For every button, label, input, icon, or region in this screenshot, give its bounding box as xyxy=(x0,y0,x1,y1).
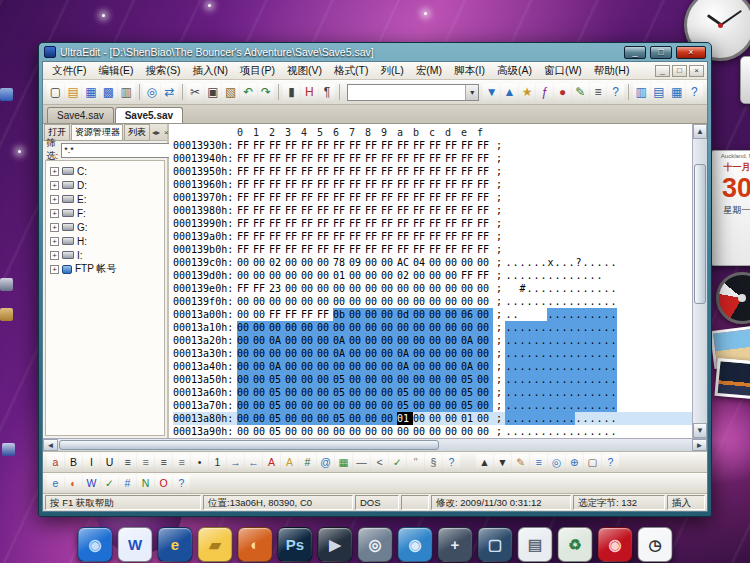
hex-byte[interactable]: 05 xyxy=(269,412,285,425)
hex-byte[interactable]: 00 xyxy=(429,295,445,308)
network-globe-icon[interactable]: ◉ xyxy=(78,527,113,562)
hex-byte[interactable]: 00 xyxy=(397,282,413,295)
hex-row[interactable]: 000139a0h:FFFFFFFFFFFFFFFFFFFFFFFFFFFFFF… xyxy=(173,230,692,243)
hex-byte[interactable]: FF xyxy=(333,204,349,217)
hex-byte[interactable]: 00 xyxy=(349,308,365,321)
hex-byte[interactable]: FF xyxy=(413,217,429,230)
new-file-icon[interactable]: ▢ xyxy=(47,83,64,102)
hex-row[interactable]: 000139e0h:FFFF23000000000000000000000000… xyxy=(173,282,692,295)
find-next-icon[interactable]: ▼ xyxy=(483,83,500,102)
hex-byte[interactable]: FF xyxy=(349,204,365,217)
menu-item[interactable]: 高级(A) xyxy=(491,63,538,79)
hex-byte[interactable]: 00 xyxy=(461,295,477,308)
hex-byte[interactable]: FF xyxy=(461,178,477,191)
hex-byte[interactable]: 00 xyxy=(237,295,253,308)
hex-byte[interactable]: FF xyxy=(445,243,461,256)
hex-byte[interactable]: 00 xyxy=(301,399,317,412)
hex-byte[interactable]: FF xyxy=(285,191,301,204)
hex-byte[interactable]: FF xyxy=(397,204,413,217)
expander-icon[interactable]: + xyxy=(50,167,59,176)
hex-byte[interactable]: 00 xyxy=(413,386,429,399)
hex-byte[interactable]: FF xyxy=(317,191,333,204)
hex-byte[interactable]: FF xyxy=(285,139,301,152)
hex-byte[interactable]: FF xyxy=(285,204,301,217)
hex-byte[interactable]: 00 xyxy=(429,373,445,386)
menu-item[interactable]: 插入(N) xyxy=(186,63,234,79)
hex-byte[interactable]: FF xyxy=(269,139,285,152)
hex-byte[interactable]: 00 xyxy=(317,334,333,347)
hex-byte[interactable]: FF xyxy=(285,152,301,165)
photo-gadget-slide[interactable] xyxy=(714,358,750,400)
save-all-icon[interactable]: ▩ xyxy=(100,83,117,102)
hex-byte[interactable]: FF xyxy=(301,308,317,321)
hex-byte[interactable]: 00 xyxy=(381,269,397,282)
bullet-list-icon[interactable]: • xyxy=(191,454,208,471)
scroll-up-arrow-icon[interactable]: ▲ xyxy=(693,124,707,139)
hex-byte[interactable]: 00 xyxy=(285,425,301,438)
hex-byte[interactable]: 0A xyxy=(269,334,285,347)
justify-icon[interactable]: ≡ xyxy=(173,454,190,471)
hex-byte[interactable]: 00 xyxy=(285,347,301,360)
hex-row[interactable]: 00013940h:FFFFFFFFFFFFFFFFFFFFFFFFFFFFFF… xyxy=(173,152,692,165)
hex-byte[interactable]: 00 xyxy=(429,360,445,373)
hex-byte[interactable]: 00 xyxy=(365,399,381,412)
firefox-icon[interactable]: ◐ xyxy=(238,527,273,562)
hex-byte[interactable]: 00 xyxy=(413,269,429,282)
hex-byte[interactable]: FF xyxy=(349,191,365,204)
hex-byte[interactable]: 00 xyxy=(445,321,461,334)
hex-byte[interactable]: 00 xyxy=(429,347,445,360)
hex-byte[interactable]: 00 xyxy=(429,399,445,412)
hex-row[interactable]: 00013a00h:0000FFFFFFFF0b0000000d00000006… xyxy=(173,308,692,321)
hex-byte[interactable]: FF xyxy=(365,243,381,256)
insert-table-icon[interactable]: # xyxy=(299,454,316,471)
hex-ascii[interactable] xyxy=(505,152,617,165)
hex-byte[interactable]: FF xyxy=(301,152,317,165)
hex-byte[interactable]: 00 xyxy=(301,386,317,399)
hex-byte[interactable]: FF xyxy=(285,243,301,256)
font-color-icon[interactable]: A xyxy=(263,454,280,471)
hex-byte[interactable]: 00 xyxy=(365,412,381,425)
hex-byte[interactable]: FF xyxy=(365,165,381,178)
clock-icon[interactable]: ◷ xyxy=(638,527,673,562)
tree-item-ftp[interactable]: +FTP 帐号 xyxy=(50,262,164,276)
hex-byte[interactable]: 00 xyxy=(477,386,493,399)
hex-byte[interactable]: FF xyxy=(445,191,461,204)
hex-byte[interactable]: FF xyxy=(461,217,477,230)
hex-byte[interactable]: FF xyxy=(381,152,397,165)
hex-byte[interactable]: 00 xyxy=(381,334,397,347)
hex-byte[interactable]: 05 xyxy=(461,373,477,386)
hex-byte[interactable]: 00 xyxy=(381,347,397,360)
css-icon[interactable]: # xyxy=(119,475,136,492)
hex-row[interactable]: 00013a30h:0000000000000A0000000A00000000… xyxy=(173,347,692,360)
hex-byte[interactable]: 0A xyxy=(333,334,349,347)
hex-ascii[interactable]: .. .......... xyxy=(505,308,617,321)
hex-byte[interactable]: 00 xyxy=(445,334,461,347)
hex-byte[interactable]: 00 xyxy=(429,386,445,399)
hex-byte[interactable]: 00 xyxy=(477,256,493,269)
tools-help-icon[interactable]: ? xyxy=(602,454,619,471)
hex-byte[interactable]: 00 xyxy=(477,308,493,321)
disc-burner-icon[interactable]: ◎ xyxy=(358,527,393,562)
tree-item-f[interactable]: +F: xyxy=(50,206,164,220)
hex-byte[interactable]: FF xyxy=(365,230,381,243)
save-icon[interactable]: ▦ xyxy=(82,83,99,102)
hex-byte[interactable]: 01 xyxy=(397,412,413,425)
hex-byte[interactable]: FF xyxy=(237,204,253,217)
special-char-icon[interactable]: § xyxy=(425,454,442,471)
hex-byte[interactable]: 02 xyxy=(269,256,285,269)
hex-byte[interactable]: FF xyxy=(237,243,253,256)
hex-byte[interactable]: 00 xyxy=(253,321,269,334)
hex-byte[interactable]: 00 xyxy=(477,347,493,360)
tree-item-g[interactable]: +G: xyxy=(50,220,164,234)
hex-byte[interactable]: FF xyxy=(333,243,349,256)
hex-byte[interactable]: FF xyxy=(477,152,493,165)
align-right-icon[interactable]: ≡ xyxy=(155,454,172,471)
ie-browser-icon[interactable]: e xyxy=(47,475,64,492)
menu-item[interactable]: 列(L) xyxy=(374,63,409,79)
hex-byte[interactable]: 00 xyxy=(349,334,365,347)
hex-ascii[interactable] xyxy=(505,204,617,217)
hex-byte[interactable]: 00 xyxy=(429,334,445,347)
side-gadget[interactable] xyxy=(740,56,750,104)
hex-byte[interactable]: 00 xyxy=(301,412,317,425)
hex-ascii[interactable]: .............. xyxy=(505,269,617,282)
